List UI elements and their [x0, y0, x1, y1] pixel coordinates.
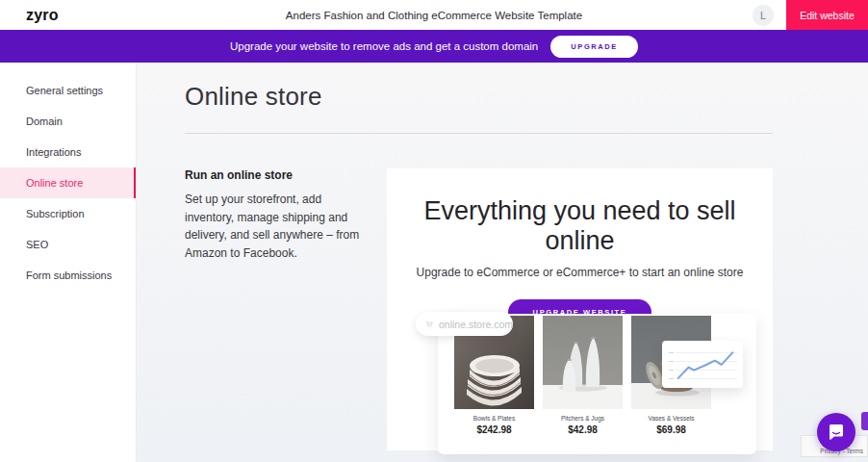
- product-card: Bowls & Plates $242.98: [454, 316, 534, 454]
- product-price: $242.98: [454, 424, 534, 435]
- upsell-subheading: Upgrade to eCommerce or eCommerce+ to st…: [387, 266, 773, 279]
- product-name: Bowls & Plates: [454, 415, 534, 422]
- top-bar: zyro Anders Fashion and Clothing eCommer…: [0, 0, 868, 30]
- upsell-heading: Everything you need to sell online: [387, 196, 773, 256]
- banner-text: Upgrade your website to remove ads and g…: [230, 40, 538, 52]
- main-content: Online store Run an online store Set up …: [137, 63, 868, 462]
- section-description: Set up your storefront, add inventory, m…: [185, 191, 372, 262]
- product-price: $69.98: [631, 424, 711, 435]
- chat-bubble-icon: [827, 423, 846, 442]
- section-intro: Run an online store Set up your storefro…: [185, 168, 387, 262]
- sidebar-item-form-submissions[interactable]: Form submissions: [0, 260, 136, 291]
- sidebar-item-integrations[interactable]: Integrations: [0, 137, 136, 167]
- product-image-pitchers: [543, 316, 623, 409]
- product-name: Pitchers & Jugs: [543, 415, 623, 422]
- product-price: $42.98: [543, 424, 623, 435]
- store-chart-line: [678, 352, 732, 378]
- banner-upgrade-button[interactable]: UPGRADE: [550, 36, 638, 58]
- sidebar-item-subscription[interactable]: Subscription: [0, 198, 136, 229]
- sidebar-item-domain[interactable]: Domain: [0, 106, 136, 137]
- sales-chart-card: [662, 341, 743, 388]
- upsell-card: Everything you need to sell online Upgra…: [387, 168, 773, 450]
- site-title: Anders Fashion and Clothing eCommerce We…: [0, 10, 868, 21]
- title-divider: [185, 133, 773, 134]
- sidebar-item-seo[interactable]: SEO: [0, 229, 136, 260]
- sidebar-item-general-settings[interactable]: General settings: [0, 75, 136, 106]
- upgrade-banner: Upgrade your website to remove ads and g…: [0, 30, 868, 63]
- store-url-pill: online.store.com: [416, 312, 513, 336]
- section-heading: Run an online store: [185, 168, 372, 182]
- app-window: zyro Anders Fashion and Clothing eCommer…: [0, 0, 868, 462]
- product-name: Vases & Vessels: [631, 415, 711, 422]
- chart-svg: [672, 347, 737, 384]
- store-url-text: online.store.com: [439, 319, 513, 330]
- page-title: Online store: [185, 82, 773, 112]
- cart-icon: [425, 319, 433, 330]
- chat-button[interactable]: [817, 413, 855, 451]
- settings-sidebar: General settings Domain Integrations Onl…: [0, 63, 137, 462]
- product-card: Pitchers & Jugs $42.98: [543, 316, 623, 454]
- chat-side-tab[interactable]: [861, 412, 868, 430]
- sidebar-item-online-store[interactable]: Online store: [0, 167, 136, 198]
